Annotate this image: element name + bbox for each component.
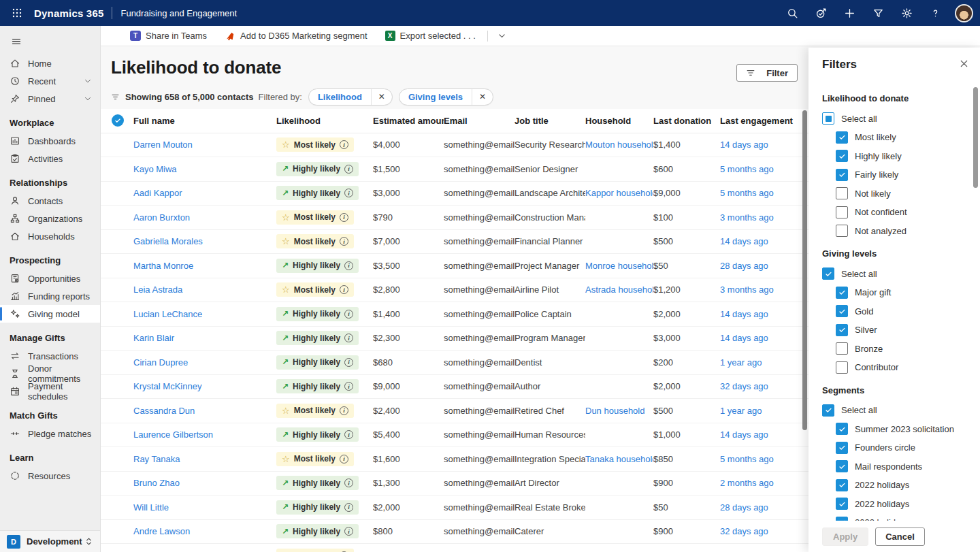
filter-option-label[interactable]: 2022 holidays [855, 499, 909, 509]
last-engagement-link[interactable]: 1 year ago [720, 406, 762, 416]
checkbox-checked[interactable] [836, 479, 848, 491]
hamburger-menu-icon[interactable] [7, 33, 26, 52]
add-icon[interactable] [838, 1, 861, 25]
table-row[interactable]: Aaron Burxton☆Most likelyi$790something@… [101, 206, 808, 230]
command-export-selected[interactable]: XExport selected . . . [376, 26, 485, 46]
command-add-to-d365-marketing-segment[interactable]: Add to D365 Marketing segment [216, 26, 376, 46]
info-icon[interactable]: i [340, 406, 348, 415]
last-engagement-link[interactable]: 5 months ago [720, 164, 774, 174]
search-icon[interactable] [781, 1, 804, 25]
last-engagement-link[interactable]: 5 months ago [720, 188, 774, 198]
sidebar-item-activities[interactable]: Activities [0, 150, 100, 167]
close-icon[interactable] [959, 59, 969, 69]
sidebar-item-resources[interactable]: Resources [0, 467, 100, 485]
help-icon[interactable] [924, 1, 947, 25]
sidebar-item-pinned[interactable]: Pinned [0, 90, 100, 108]
household-link[interactable]: Monroe household [585, 261, 653, 271]
info-icon[interactable]: i [344, 503, 353, 512]
checkbox-checked[interactable] [822, 267, 834, 280]
contact-name-link[interactable]: Kayo Miwa [133, 164, 177, 174]
contact-name-link[interactable]: Bruno Zhao [133, 478, 180, 488]
sidebar-item-giving-model[interactable]: Giving model [0, 305, 100, 323]
contact-name-link[interactable]: Will Little [133, 502, 169, 513]
filter-button[interactable]: Filter [736, 64, 798, 82]
chevron-down-icon[interactable] [84, 77, 92, 85]
checkbox-unchecked[interactable] [836, 206, 848, 218]
checkbox-unchecked[interactable] [836, 187, 848, 199]
filter-option-label[interactable]: Silver [855, 325, 877, 335]
info-icon[interactable]: i [344, 261, 353, 270]
household-link[interactable]: Astrada household [585, 285, 653, 295]
last-engagement-link[interactable]: 32 days ago [720, 381, 768, 391]
remove-filter-icon[interactable]: ✕ [472, 89, 493, 105]
filter-option-label[interactable]: Founders circle [855, 442, 915, 453]
filter-chip-label[interactable]: Giving levels [399, 92, 472, 102]
column-header-likelihood[interactable]: Likelihood [276, 116, 373, 126]
info-icon[interactable]: i [340, 237, 348, 246]
table-row[interactable]: Gabriella Morales☆Most likelyi$7,000some… [101, 230, 808, 255]
checkbox-checked[interactable] [836, 324, 848, 336]
info-icon[interactable]: i [340, 213, 348, 222]
filter-option-label[interactable]: 2022 holidays [855, 480, 909, 490]
sidebar-item-pledge-matches[interactable]: Pledge matches [0, 425, 100, 442]
info-icon[interactable]: i [344, 165, 353, 174]
environment-switcher[interactable]: D Development [0, 530, 100, 552]
filter-option-label[interactable]: Highly likely [855, 151, 902, 161]
sidebar-item-funding-reports[interactable]: Funding reports [0, 287, 100, 305]
column-header-email[interactable]: Email [444, 116, 514, 126]
table-row[interactable]: Andre Lawson↗Highly likelyi$800something… [101, 520, 808, 545]
settings-icon[interactable] [895, 1, 918, 25]
table-row[interactable]: Laurence Gilbertson↗Highly likelyi$5,400… [101, 423, 808, 448]
filter-option-label[interactable]: Fairly likely [855, 169, 898, 180]
filter-option-label[interactable]: Not analyzed [855, 226, 906, 236]
contact-name-link[interactable]: Gabriella Morales [133, 236, 203, 246]
filter-option-label[interactable]: Contributor [855, 362, 898, 372]
quick-actions-icon[interactable] [809, 1, 832, 25]
sidebar-item-households[interactable]: Households [0, 227, 100, 245]
sidebar-item-transactions[interactable]: Transactions [0, 347, 100, 365]
remove-filter-icon[interactable]: ✕ [371, 89, 392, 105]
checkbox-unchecked[interactable] [836, 342, 848, 355]
info-icon[interactable]: i [340, 455, 348, 464]
contact-name-link[interactable]: Aaron Burxton [133, 212, 190, 223]
table-row[interactable]: Darren Mouton☆Most likelyi$4,000somethin… [101, 133, 808, 158]
sidebar-item-donor-commitments[interactable]: Donor commitments [0, 365, 100, 383]
household-link[interactable]: Mouton household [585, 140, 653, 150]
app-launcher-waffle-icon[interactable] [8, 4, 26, 22]
checkbox-checked[interactable] [836, 423, 848, 435]
contact-name-link[interactable]: Karin Blair [133, 333, 174, 343]
contact-name-link[interactable]: Martha Monroe [133, 261, 193, 271]
last-engagement-link[interactable]: 14 days ago [720, 333, 768, 343]
info-icon[interactable]: i [344, 334, 353, 342]
table-row[interactable]: Cirian Dupree↗Highly likelyi$680somethin… [101, 351, 808, 375]
last-engagement-link[interactable]: 3 months ago [720, 212, 774, 223]
cancel-button[interactable]: Cancel [875, 527, 925, 546]
select-all-label[interactable]: Select all [841, 114, 877, 124]
info-icon[interactable]: i [340, 140, 348, 149]
filter-option-label[interactable]: Not confident [855, 207, 907, 217]
filter-option-label[interactable]: Summer 2023 solicitation [855, 424, 954, 434]
filter-option-label[interactable]: Bronze [855, 344, 883, 354]
command-overflow-chevron-icon[interactable] [491, 31, 513, 40]
table-row[interactable]: Bruno Zhao↗Highly likelyi$1,300something… [101, 472, 808, 496]
sidebar-item-payment-schedules[interactable]: Payment schedules [0, 383, 100, 400]
contact-name-link[interactable]: Lucian LeChance [133, 309, 202, 319]
select-all-label[interactable]: Select all [841, 405, 877, 415]
select-all-rows-checkbox[interactable] [112, 114, 124, 127]
filter-funnel-icon[interactable] [866, 1, 889, 25]
contact-name-link[interactable]: Aadi Kappor [133, 188, 182, 198]
info-icon[interactable]: i [344, 527, 353, 536]
last-engagement-link[interactable]: 14 days ago [720, 140, 768, 150]
info-icon[interactable]: i [340, 285, 348, 294]
contact-name-link[interactable]: Ray Tanaka [133, 454, 180, 464]
sidebar-item-dashboards[interactable]: Dashboards [0, 132, 100, 150]
environment-expand-icon[interactable] [84, 537, 93, 546]
last-engagement-link[interactable]: 14 days ago [720, 309, 768, 319]
filter-option-label[interactable]: Major gift [855, 287, 891, 297]
table-row[interactable]: Aadi Kappor↗Highly likelyi$3,000somethin… [101, 182, 808, 206]
checkbox-checked[interactable] [836, 131, 848, 144]
filters-panel-scrollbar[interactable] [973, 87, 978, 188]
apply-button[interactable]: Apply [822, 527, 868, 546]
info-icon[interactable]: i [344, 430, 353, 439]
column-header-last-donation[interactable]: Last donation [653, 116, 720, 126]
